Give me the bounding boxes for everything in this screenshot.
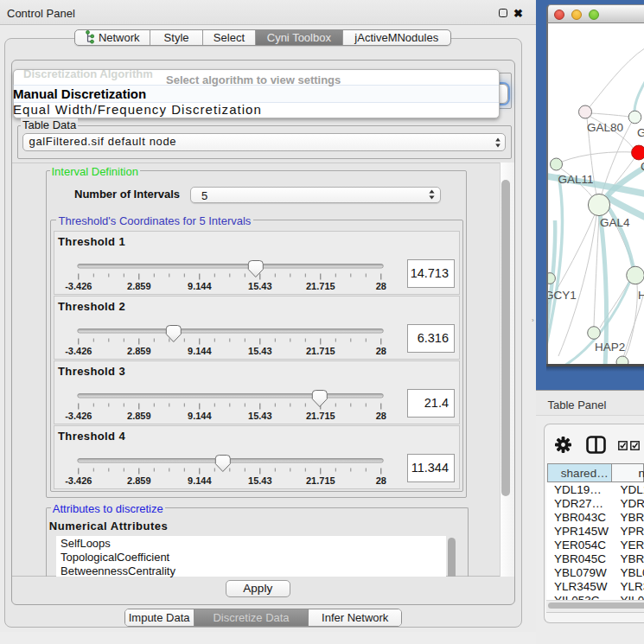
svg-text:2.859: 2.859 [127,281,151,291]
svg-text:2.859: 2.859 [127,475,151,486]
svg-text:21.715: 21.715 [306,411,335,421]
svg-text:9.144: 9.144 [188,411,212,421]
svg-text:28: 28 [376,475,386,486]
svg-text:GAL11: GAL11 [558,173,594,186]
svg-text:28: 28 [376,411,386,421]
svg-text:GAL4: GAL4 [600,216,630,229]
svg-text:15.43: 15.43 [248,281,272,291]
svg-text:9.144: 9.144 [188,346,212,356]
svg-text:21.715: 21.715 [306,281,335,291]
svg-text:2.859: 2.859 [127,411,151,421]
svg-text:21.715: 21.715 [306,475,335,486]
svg-text:-3.426: -3.426 [65,281,92,291]
svg-text:15.43: 15.43 [248,475,272,486]
svg-text:28: 28 [376,281,386,291]
svg-text:2.859: 2.859 [127,346,151,356]
svg-text:HAP2: HAP2 [595,341,625,354]
svg-text:21.715: 21.715 [306,346,335,356]
svg-text:-3.426: -3.426 [65,475,92,486]
svg-text:GA: GA [637,126,644,139]
svg-text:28: 28 [376,346,386,356]
svg-text:GCY1: GCY1 [548,289,577,302]
svg-text:C: C [641,160,644,173]
svg-text:15.43: 15.43 [248,346,272,356]
svg-text:H: H [638,289,644,302]
svg-text:15.43: 15.43 [248,411,272,421]
svg-text:-3.426: -3.426 [65,346,92,356]
svg-text:-3.426: -3.426 [65,411,92,421]
svg-text:GAL80: GAL80 [587,121,623,134]
svg-text:9.144: 9.144 [188,475,212,486]
svg-text:9.144: 9.144 [188,281,212,291]
